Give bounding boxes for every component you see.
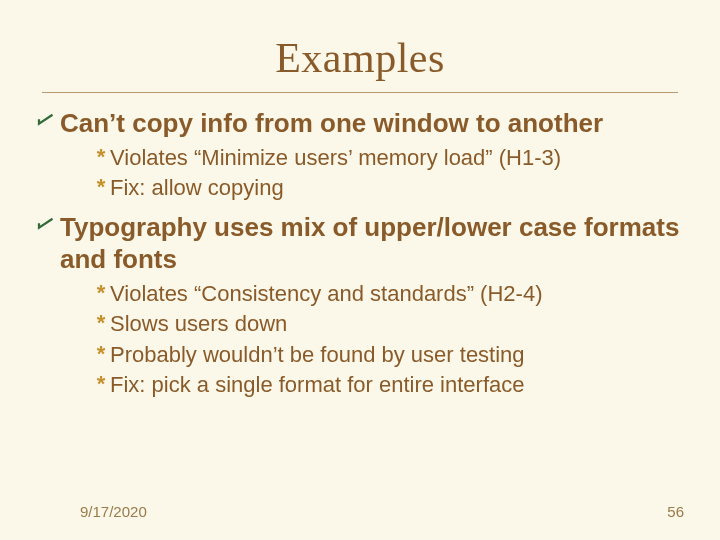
bullet-item: Typography uses mix of upper/lower case …	[36, 211, 684, 276]
sub-bullet-item: * Violates “Consistency and standards” (…	[92, 280, 684, 309]
slide: Examples Can’t copy info from one window…	[0, 0, 720, 540]
sub-bullet-text: Violates “Consistency and standards” (H2…	[110, 280, 542, 309]
asterisk-icon: *	[92, 371, 110, 397]
slide-body: Can’t copy info from one window to anoth…	[0, 93, 720, 400]
asterisk-icon: *	[92, 341, 110, 367]
slide-title: Examples	[0, 0, 720, 82]
sub-bullet-text: Violates “Minimize users’ memory load” (…	[110, 144, 561, 173]
sub-bullet-item: * Probably wouldn’t be found by user tes…	[92, 341, 684, 370]
sub-bullet-item: * Slows users down	[92, 310, 684, 339]
asterisk-icon: *	[92, 310, 110, 336]
bullet-item: Can’t copy info from one window to anoth…	[36, 107, 684, 140]
sub-bullet-text: Slows users down	[110, 310, 287, 339]
sub-bullet-list: * Violates “Consistency and standards” (…	[92, 280, 684, 400]
checkmark-icon	[36, 215, 56, 233]
footer-page-number: 56	[667, 503, 684, 520]
footer-date: 9/17/2020	[80, 503, 147, 520]
bullet-text: Typography uses mix of upper/lower case …	[60, 211, 684, 276]
asterisk-icon: *	[92, 280, 110, 306]
sub-bullet-item: * Violates “Minimize users’ memory load”…	[92, 144, 684, 173]
checkmark-icon	[36, 111, 56, 129]
sub-bullet-text: Fix: pick a single format for entire int…	[110, 371, 525, 400]
asterisk-icon: *	[92, 144, 110, 170]
bullet-text: Can’t copy info from one window to anoth…	[60, 107, 603, 140]
sub-bullet-text: Fix: allow copying	[110, 174, 284, 203]
sub-bullet-item: * Fix: pick a single format for entire i…	[92, 371, 684, 400]
sub-bullet-list: * Violates “Minimize users’ memory load”…	[92, 144, 684, 203]
sub-bullet-text: Probably wouldn’t be found by user testi…	[110, 341, 525, 370]
sub-bullet-item: * Fix: allow copying	[92, 174, 684, 203]
asterisk-icon: *	[92, 174, 110, 200]
